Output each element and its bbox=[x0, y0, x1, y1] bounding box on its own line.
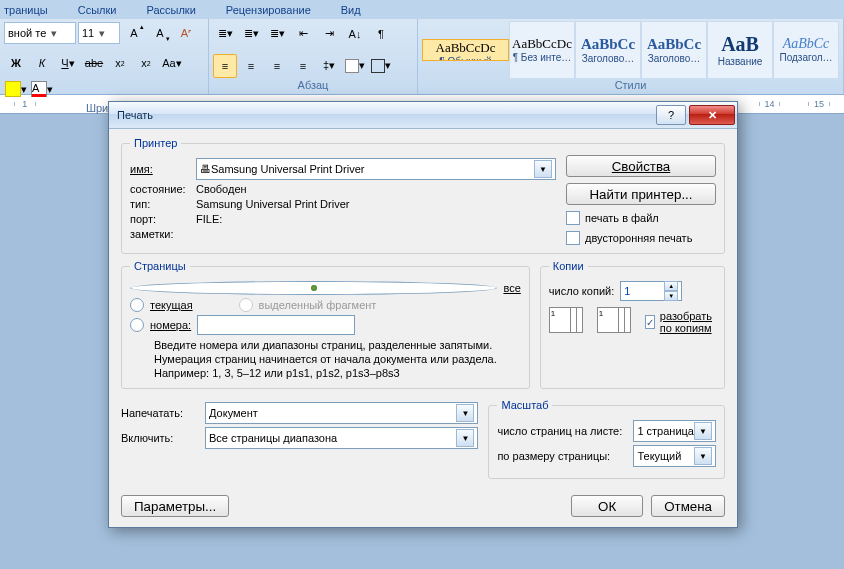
sort-button[interactable]: A↓ bbox=[343, 22, 367, 46]
ribbon: вной те▾ 11▾ A▴ A▾ Aʳ Ж К Ч▾ abe x2 x2 A… bbox=[0, 19, 844, 95]
group-styles-label: Стили bbox=[422, 78, 839, 92]
tab-mailings[interactable]: Рассылки bbox=[146, 4, 195, 16]
print-to-file-checkbox[interactable]: печать в файл bbox=[566, 211, 716, 225]
tab-pages[interactable]: траницы bbox=[4, 4, 48, 16]
font-family-combo[interactable]: вной те▾ bbox=[4, 22, 76, 44]
group-paragraph-label: Абзац bbox=[213, 78, 413, 92]
spin-down-icon[interactable]: ▼ bbox=[664, 291, 678, 301]
shrink-font-button[interactable]: A▾ bbox=[148, 21, 172, 45]
show-marks-button[interactable]: ¶ bbox=[369, 22, 393, 46]
collate-icon: 321 bbox=[597, 307, 631, 337]
pages-selection-radio: выделенный фрагмент bbox=[239, 298, 377, 312]
style-item[interactable]: AaBbCcПодзагол… bbox=[773, 21, 839, 78]
underline-button[interactable]: Ч▾ bbox=[56, 51, 80, 75]
collate-checkbox[interactable]: ✓разобрать по копиям bbox=[645, 310, 716, 334]
align-left-button[interactable]: ≡ bbox=[213, 54, 237, 78]
params-button[interactable]: Параметры... bbox=[121, 495, 229, 517]
cancel-button[interactable]: Отмена bbox=[651, 495, 725, 517]
superscript-button[interactable]: x2 bbox=[134, 51, 158, 75]
chevron-down-icon: ▼ bbox=[694, 422, 712, 440]
duplex-checkbox[interactable]: двусторонняя печать bbox=[566, 231, 716, 245]
shading-button[interactable]: ▾ bbox=[343, 54, 367, 78]
pages-numbers-input[interactable] bbox=[197, 315, 355, 335]
scale-group: Масштаб число страниц на листе: 1 страни… bbox=[488, 399, 725, 479]
style-item[interactable]: AaBbCcDc¶ Без инте… bbox=[509, 21, 575, 78]
spin-up-icon[interactable]: ▲ bbox=[664, 281, 678, 291]
copies-spinner[interactable]: 1 ▲▼ bbox=[620, 281, 682, 301]
ribbon-tab-strip: траницы Ссылки Рассылки Рецензирование В… bbox=[0, 0, 844, 19]
tab-view[interactable]: Вид bbox=[341, 4, 361, 16]
print-what-select[interactable]: Документ▼ bbox=[205, 402, 478, 424]
port-label: порт: bbox=[130, 213, 190, 225]
ok-button[interactable]: ОК bbox=[571, 495, 643, 517]
type-label: тип: bbox=[130, 198, 190, 210]
pages-all-radio[interactable]: все bbox=[130, 281, 521, 295]
pages-hint: Введите номера или диапазоны страниц, ра… bbox=[154, 339, 521, 380]
properties-button[interactable]: Свойства bbox=[566, 155, 716, 177]
collate-icon: 321 bbox=[549, 307, 583, 337]
name-label: имя: bbox=[130, 163, 190, 175]
styles-gallery[interactable]: AaBbCcDc¶ ОбычныйAaBbCcDc¶ Без инте…AaBb… bbox=[422, 21, 839, 78]
font-size-combo[interactable]: 11▾ bbox=[78, 22, 120, 44]
help-button[interactable]: ? bbox=[656, 105, 686, 125]
italic-button[interactable]: К bbox=[30, 51, 54, 75]
copies-label: число копий: bbox=[549, 285, 614, 297]
style-item[interactable]: AaBbCcDc¶ Обычный bbox=[422, 39, 509, 61]
print-dialog: Печать ? ✕ Принтер имя: 🖶 Samsung Univer… bbox=[108, 101, 738, 528]
close-button[interactable]: ✕ bbox=[689, 105, 735, 125]
fit-label: по размеру страницы: bbox=[497, 450, 627, 462]
chevron-down-icon: ▼ bbox=[694, 447, 712, 465]
bullets-button[interactable]: ≣▾ bbox=[213, 22, 237, 46]
justify-button[interactable]: ≡ bbox=[291, 54, 315, 78]
printer-icon: 🖶 bbox=[200, 163, 211, 175]
style-item[interactable]: АаВНазвание bbox=[707, 21, 773, 78]
borders-button[interactable]: ▾ bbox=[369, 54, 393, 78]
align-center-button[interactable]: ≡ bbox=[239, 54, 263, 78]
numbering-button[interactable]: ≣▾ bbox=[239, 22, 263, 46]
port-value: FILE: bbox=[196, 213, 222, 225]
state-label: состояние: bbox=[130, 183, 190, 195]
multilevel-button[interactable]: ≣▾ bbox=[265, 22, 289, 46]
copies-legend: Копии bbox=[549, 260, 588, 272]
bold-button[interactable]: Ж bbox=[4, 51, 28, 75]
chevron-down-icon: ▼ bbox=[456, 404, 474, 422]
indent-inc-button[interactable]: ⇥ bbox=[317, 22, 341, 46]
printer-legend: Принтер bbox=[130, 137, 181, 149]
print-what-label: Напечатать: bbox=[121, 407, 199, 419]
printer-group: Принтер имя: 🖶 Samsung Universal Print D… bbox=[121, 137, 725, 254]
pps-label: число страниц на листе: bbox=[497, 425, 627, 437]
tab-review[interactable]: Рецензирование bbox=[226, 4, 311, 16]
fit-select[interactable]: Текущий▼ bbox=[633, 445, 716, 467]
clear-format-button[interactable]: Aʳ bbox=[174, 21, 198, 45]
notes-label: заметки: bbox=[130, 228, 190, 240]
include-label: Включить: bbox=[121, 432, 199, 444]
state-value: Свободен bbox=[196, 183, 247, 195]
strike-button[interactable]: abe bbox=[82, 51, 106, 75]
scale-legend: Масштаб bbox=[497, 399, 552, 411]
copies-group: Копии число копий: 1 ▲▼ 321 321 ✓разобр bbox=[540, 260, 725, 389]
highlight-button[interactable]: ▾ bbox=[4, 77, 28, 101]
align-right-button[interactable]: ≡ bbox=[265, 54, 289, 78]
printer-name-select[interactable]: 🖶 Samsung Universal Print Driver ▼ bbox=[196, 158, 556, 180]
tab-links[interactable]: Ссылки bbox=[78, 4, 117, 16]
indent-dec-button[interactable]: ⇤ bbox=[291, 22, 315, 46]
style-item[interactable]: AaBbCcЗаголово… bbox=[575, 21, 641, 78]
subscript-button[interactable]: x2 bbox=[108, 51, 132, 75]
pages-current-radio[interactable]: текущая bbox=[130, 298, 193, 312]
change-case-button[interactable]: Aa▾ bbox=[160, 51, 184, 75]
dialog-title: Печать bbox=[117, 109, 653, 121]
pps-select[interactable]: 1 страница▼ bbox=[633, 420, 716, 442]
grow-font-button[interactable]: A▴ bbox=[122, 21, 146, 45]
font-color-button[interactable]: A▾ bbox=[30, 77, 54, 101]
include-select[interactable]: Все страницы диапазона▼ bbox=[205, 427, 478, 449]
pages-numbers-radio[interactable]: номера: bbox=[130, 315, 521, 335]
chevron-down-icon: ▼ bbox=[456, 429, 474, 447]
find-printer-button[interactable]: Найти принтер... bbox=[566, 183, 716, 205]
line-spacing-button[interactable]: ‡▾ bbox=[317, 54, 341, 78]
pages-group: Страницы все текущая выделенный фрагмент… bbox=[121, 260, 530, 389]
chevron-down-icon: ▼ bbox=[534, 160, 552, 178]
close-icon: ✕ bbox=[708, 109, 717, 122]
style-item[interactable]: AaBbCcЗаголово… bbox=[641, 21, 707, 78]
pages-legend: Страницы bbox=[130, 260, 190, 272]
dialog-titlebar[interactable]: Печать ? ✕ bbox=[109, 102, 737, 129]
